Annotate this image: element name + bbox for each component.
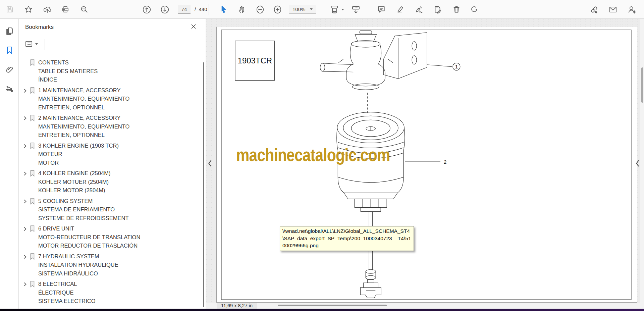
- taskbar-edge: [0, 309, 644, 311]
- file-path-tooltip: \\wnad.net\global\ALL\LNZ\Global_ALL_SCH…: [280, 226, 414, 251]
- bookmark-icon: [30, 280, 35, 288]
- bookmark-item[interactable]: 1 MAINTENANCE, ACCESSORYMANTENIMIENTO, E…: [19, 86, 203, 112]
- select-tool-icon[interactable]: [219, 4, 229, 14]
- bookmark-label[interactable]: CONTENTSTABLE DES MATIERESÍNDICE: [38, 58, 98, 84]
- pdf-page: 1903TCR 1: [216, 27, 637, 303]
- vertical-scrollbar-thumb[interactable]: [641, 67, 643, 103]
- highlighter-icon[interactable]: [395, 4, 405, 14]
- save-icon[interactable]: [5, 4, 15, 14]
- collapse-panel-arrow[interactable]: [208, 159, 213, 168]
- signature-pen-icon[interactable]: [414, 4, 424, 14]
- print-icon[interactable]: [60, 4, 70, 14]
- fit-width-icon[interactable]: [329, 4, 339, 14]
- bookmark-item[interactable]: 5 COOLING SYSTEMSISTEMA DE ENFRIAMIENTOS…: [19, 197, 203, 223]
- hide-toolbar-icon[interactable]: [351, 4, 361, 14]
- status-bar: 11,69 x 8,27 in: [206, 303, 644, 309]
- chevron-down-icon: [35, 43, 38, 45]
- top-toolbar: / 440 100%: [0, 0, 644, 19]
- bookmark-icon: [30, 170, 35, 177]
- bookmark-item[interactable]: 7 HYDRAULIC SYSTEMINSTALLATION HYDRAULIQ…: [19, 252, 203, 278]
- bookmark-label[interactable]: 5 COOLING SYSTEMSISTEMA DE ENFRIAMIENTOS…: [38, 197, 129, 223]
- previous-page-icon[interactable]: [142, 4, 152, 14]
- bookmark-icon: [30, 87, 35, 94]
- search-icon[interactable]: [79, 4, 89, 14]
- next-page-icon[interactable]: [160, 4, 170, 14]
- panel-divider: [45, 39, 45, 50]
- left-navigation-rail: [0, 19, 19, 309]
- bookmark-icon: [30, 142, 35, 149]
- bookmark-item[interactable]: 8 ELECTRICALÉLECTRIQUESISTEMA ELECTRICO: [19, 280, 203, 306]
- chevron-right-icon[interactable]: [23, 226, 27, 231]
- star-icon[interactable]: [23, 4, 34, 14]
- bookmark-list: CONTENTSTABLE DES MATIERESÍNDICE 1 MAINT…: [19, 58, 203, 309]
- bookmark-icon: [30, 114, 35, 121]
- bookmark-label[interactable]: 6 DRIVE UNITMOTO-REDUCTEUR DE TRANSLATIO…: [38, 224, 140, 250]
- bookmark-item[interactable]: CONTENTSTABLE DES MATIERESÍNDICE: [19, 58, 203, 84]
- chevron-right-icon[interactable]: [23, 88, 27, 93]
- parts-diagram: 1903TCR 1: [217, 27, 637, 302]
- bookmark-label[interactable]: 1 MAINTENANCE, ACCESSORYMANTENIMIENTO, E…: [38, 86, 129, 112]
- bookmark-icon: [30, 198, 35, 205]
- toolbar-separator: [209, 4, 209, 15]
- chevron-right-icon[interactable]: [23, 144, 27, 149]
- comment-icon[interactable]: [376, 4, 386, 14]
- bookmarks-scrollbar[interactable]: [203, 62, 204, 307]
- zoom-out-icon[interactable]: [255, 4, 265, 14]
- close-panel-icon[interactable]: [191, 23, 197, 30]
- expand-tools-arrow[interactable]: [636, 159, 640, 168]
- zoom-level-value: 100%: [292, 6, 305, 12]
- cloud-upload-icon[interactable]: [42, 4, 52, 14]
- bookmark-label[interactable]: 2 MAINTENANCE, ACCESSORYMANTENIMIENTO, E…: [38, 114, 129, 140]
- rotate-icon[interactable]: [469, 4, 479, 14]
- hand-tool-icon[interactable]: [237, 4, 247, 14]
- bookmarks-panel: Bookmarks CONTENTSTABLE DES MATIERESÍNDI…: [19, 19, 205, 309]
- panel-divider: [25, 36, 202, 36]
- add-user-icon[interactable]: [627, 4, 637, 14]
- bookmark-options-button[interactable]: [24, 40, 38, 48]
- vertical-scrollbar[interactable]: [640, 19, 644, 303]
- chevron-right-icon[interactable]: [23, 171, 27, 176]
- page-count-label: / 440: [195, 6, 207, 12]
- bookmark-label[interactable]: 3 KOHLER ENGINE (1903 TCR)MOTEURMOTOR: [38, 142, 119, 167]
- email-icon[interactable]: [608, 4, 618, 14]
- machine-info-icon[interactable]: [4, 83, 14, 93]
- callout-1: 1: [455, 64, 458, 69]
- chevron-right-icon[interactable]: [23, 116, 27, 121]
- zoom-in-icon[interactable]: [272, 4, 282, 14]
- callout-2: 2: [444, 159, 446, 165]
- bookmark-item[interactable]: 3 KOHLER ENGINE (1903 TCR)MOTEURMOTOR: [19, 142, 203, 167]
- delete-pages-icon[interactable]: [451, 4, 462, 14]
- bookmark-item[interactable]: 6 DRIVE UNITMOTO-REDUCTEUR DE TRANSLATIO…: [19, 224, 203, 250]
- bookmark-item[interactable]: 2 MAINTENANCE, ACCESSORYMANTENIMIENTO, E…: [19, 114, 203, 140]
- bookmark-label[interactable]: 7 HYDRAULIC SYSTEMINSTALLATION HYDRAULIQ…: [38, 252, 118, 278]
- bookmark-label[interactable]: 4 KOHLER ENGINE (2504M)KOHLER MOTUER (25…: [38, 169, 110, 195]
- bookmark-item[interactable]: 4 KOHLER ENGINE (2504M)KOHLER MOTUER (25…: [19, 169, 203, 195]
- zoom-level-dropdown[interactable]: 100%: [289, 5, 316, 14]
- chevron-right-icon[interactable]: [23, 254, 27, 259]
- page-size-label: 11,69 x 8,27 in: [217, 303, 257, 309]
- share-link-icon[interactable]: [589, 4, 599, 14]
- panel-divider: [19, 53, 205, 53]
- horizontal-scrollbar-thumb[interactable]: [278, 305, 387, 306]
- toolbar-separator: [369, 4, 369, 15]
- bookmark-icon: [30, 59, 35, 66]
- panel-title: Bookmarks: [25, 24, 54, 31]
- figure-label: 1903TCR: [238, 56, 272, 65]
- page-thumbnails-icon[interactable]: [4, 25, 14, 36]
- page-number-input[interactable]: [178, 5, 191, 14]
- bookmark-label[interactable]: 8 ELECTRICALÉLECTRIQUESISTEMA ELECTRICO: [38, 280, 96, 306]
- pdf-viewer-window: / 440 100%: [0, 0, 644, 311]
- chevron-right-icon[interactable]: [23, 282, 27, 287]
- chevron-right-icon[interactable]: [23, 199, 27, 204]
- edit-page-icon[interactable]: [433, 4, 443, 14]
- bookmark-icon: [30, 253, 35, 260]
- bookmarks-panel-icon[interactable]: [4, 45, 14, 55]
- chevron-down-icon: [310, 8, 313, 10]
- bookmark-icon: [30, 225, 35, 232]
- chevron-down-icon[interactable]: [341, 9, 344, 10]
- attachments-icon[interactable]: [4, 64, 14, 74]
